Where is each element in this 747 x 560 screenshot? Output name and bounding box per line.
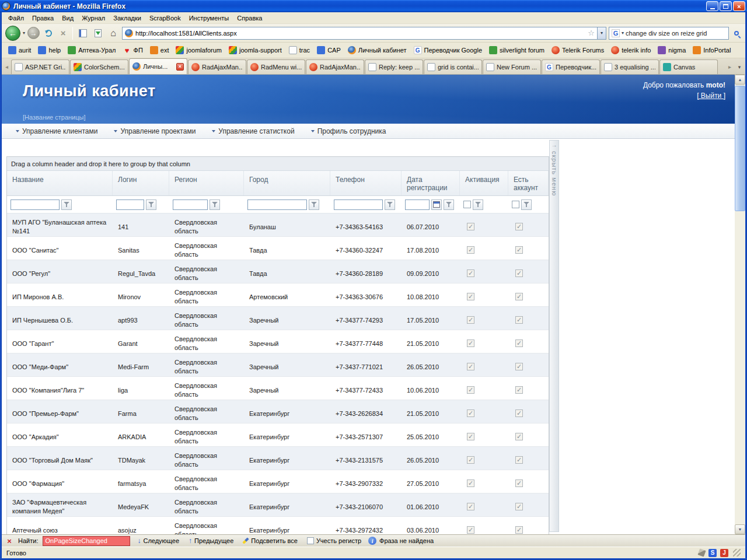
table-row[interactable]: Аптечный союзasojuzСвердловская областьЕ… (7, 517, 549, 534)
table-row[interactable]: ООО "Меди-Фарм"Medi-FarmСвердловская обл… (7, 354, 549, 377)
filter-input[interactable] (334, 200, 383, 210)
column-header[interactable]: Активация (460, 171, 508, 195)
column-header[interactable]: Дата регистрации (402, 171, 460, 195)
tab-list-dropdown[interactable]: ▾ (734, 60, 745, 74)
status-addon-icon[interactable]: J (720, 549, 728, 557)
tab[interactable]: RadMenu wi... (247, 60, 305, 74)
tab[interactable]: ASP.NET Gri... (11, 60, 69, 74)
url-history-dropdown[interactable]: ▾ (598, 27, 606, 40)
minimize-button[interactable] (706, 1, 718, 11)
table-row[interactable]: МУП АГО "Буланашская аптека №141141Сверд… (7, 214, 549, 237)
menubar-item[interactable]: Правка (28, 13, 58, 23)
filter-button[interactable] (444, 200, 454, 210)
tab[interactable]: 3 equalising ... (601, 60, 659, 74)
bookmark-item[interactable]: silverlight forum (486, 45, 547, 55)
filter-input[interactable] (247, 200, 307, 210)
column-header[interactable]: Регион (169, 171, 244, 195)
tab[interactable]: Canvas (659, 60, 718, 74)
bookmark-item[interactable]: InfoPortal (690, 45, 734, 55)
table-row[interactable]: ООО "Фармация"farmatsyaСвердловская обла… (7, 470, 549, 494)
url-bar[interactable]: ☆ (122, 27, 598, 40)
table-row[interactable]: ООО "Премьер-Фарм"FarmaСвердловская обла… (7, 400, 549, 424)
hide-menu-strip[interactable]: → скрыть меню (549, 140, 559, 532)
match-case-checkbox[interactable]: Учесть регистр (305, 537, 364, 545)
scroll-thumb[interactable] (735, 86, 745, 211)
tab[interactable]: Переводчик... (542, 60, 600, 74)
status-pencil-icon[interactable] (697, 548, 706, 556)
filter-button[interactable] (473, 200, 483, 210)
tab-scroll-right-button[interactable]: ▸ (725, 60, 734, 74)
filter-button[interactable] (309, 200, 319, 210)
bookmark-item[interactable]: ФП (120, 45, 146, 55)
calendar-button[interactable] (431, 200, 442, 210)
find-previous-button[interactable]: ↑Предыдущее (186, 537, 236, 545)
vertical-scrollbar[interactable]: ▲ ▼ (735, 75, 745, 534)
back-button[interactable]: ← (5, 26, 20, 41)
search-input[interactable] (626, 30, 726, 37)
filter-button[interactable] (521, 200, 532, 210)
checkbox[interactable] (307, 537, 314, 544)
table-row[interactable]: ООО "Гарант"GarantСвердловская областьЗа… (7, 330, 549, 354)
scrapbook-button[interactable] (76, 27, 89, 40)
tab[interactable]: ColorSchem... (70, 60, 128, 74)
menubar-item[interactable]: Инструменты (185, 13, 233, 23)
bookmark-item[interactable]: ext (147, 45, 172, 55)
url-input[interactable] (135, 30, 585, 37)
column-header[interactable]: Название (7, 171, 113, 195)
bookmark-item[interactable]: help (35, 45, 64, 55)
resize-grip[interactable] (733, 549, 741, 556)
menubar-item[interactable]: Журнал (78, 13, 109, 23)
close-button[interactable]: × (733, 1, 745, 11)
bookmark-item[interactable]: Telerik Forums (549, 45, 607, 55)
reload-button[interactable] (42, 27, 55, 40)
table-row[interactable]: ЗАО "Фармацевтическая компания Медея"Med… (7, 494, 549, 517)
filter-button[interactable] (385, 200, 395, 210)
table-row[interactable]: ООО "Регул"Regul_TavdaСвердловская облас… (7, 260, 549, 284)
page-menu-item[interactable]: Управление клиентами (8, 124, 106, 138)
forward-button[interactable]: → (27, 27, 40, 39)
highlight-all-button[interactable]: Подсветить все (240, 537, 300, 545)
table-row[interactable]: ООО "Торговый Дом Маяк"TDMayakСвердловск… (7, 447, 549, 470)
search-bar[interactable]: G ▾ (609, 27, 729, 40)
bookmark-item[interactable]: joomlaforum (173, 45, 225, 55)
filter-input[interactable] (116, 200, 144, 210)
table-row[interactable]: ООО "Аркадия"ARKADIAСвердловская область… (7, 424, 549, 447)
bookmark-item[interactable]: aurit (5, 45, 34, 55)
filter-button[interactable] (210, 200, 220, 210)
menubar-item[interactable]: Справка (233, 13, 266, 23)
column-header[interactable]: Город (244, 171, 330, 195)
page-menu-item[interactable]: Управление проектами (106, 124, 204, 138)
menubar-item[interactable]: Вид (58, 13, 78, 23)
save-page-button[interactable] (92, 27, 104, 40)
bookmark-star-icon[interactable]: ☆ (588, 29, 595, 37)
search-engine-dropdown[interactable]: ▾ (622, 30, 624, 36)
filter-input[interactable] (173, 200, 208, 210)
filter-button[interactable] (146, 200, 156, 210)
status-scrapbook-icon[interactable]: S (708, 549, 717, 557)
search-go-button[interactable] (731, 31, 742, 36)
home-button[interactable]: ⌂ (107, 27, 120, 40)
tab[interactable]: New Forum ... (483, 60, 541, 74)
find-next-button[interactable]: ↓Следующее (135, 537, 181, 545)
scroll-down-button[interactable]: ▼ (735, 524, 745, 534)
logout-link[interactable]: [ Выйти ] (697, 92, 725, 100)
scroll-up-button[interactable]: ▲ (735, 75, 745, 85)
table-row[interactable]: ИП Чернышева О.Б.apt993Свердловская обла… (7, 307, 549, 330)
back-history-dropdown[interactable]: ▾ (23, 30, 25, 36)
column-header[interactable]: Телефон (330, 171, 402, 195)
menubar-item[interactable]: Файл (4, 13, 28, 23)
page-menu-item[interactable]: Профиль сотрудника (303, 124, 395, 138)
tab-close-button[interactable]: × (176, 63, 184, 71)
tab[interactable]: RadAjaxMan... (188, 60, 246, 74)
bookmark-item[interactable]: CAP (314, 45, 344, 55)
page-menu-item[interactable]: Управление статисткой (204, 124, 302, 138)
find-input[interactable] (43, 536, 130, 546)
bookmark-item[interactable]: nigma (655, 45, 689, 55)
bookmark-item[interactable]: trac (286, 45, 313, 55)
column-header[interactable]: Есть аккаунт (508, 171, 549, 195)
menubar-item[interactable]: ScrapBook (145, 13, 185, 23)
filter-checkbox[interactable] (463, 201, 471, 208)
bookmark-item[interactable]: joomla-support (226, 45, 285, 55)
filter-button[interactable] (61, 200, 72, 210)
filter-checkbox[interactable] (512, 201, 519, 208)
